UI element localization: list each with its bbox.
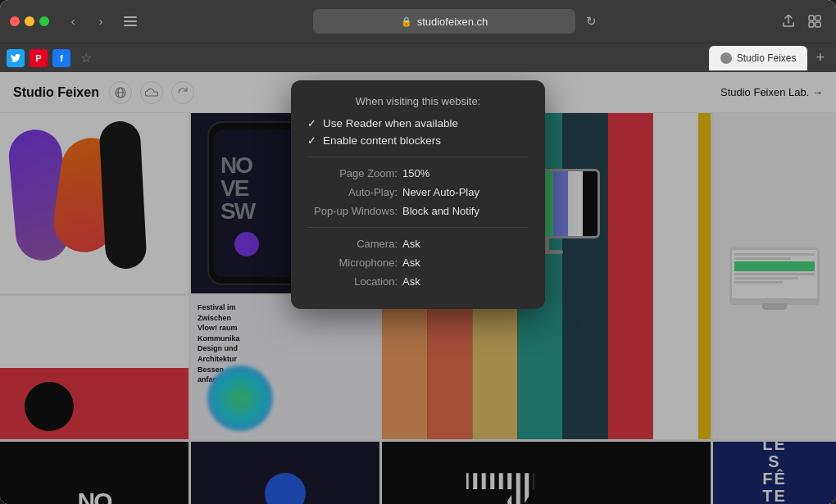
address-bar-wrap: 🔒 studiofeixen.ch ↻ bbox=[148, 9, 767, 34]
laptop-body bbox=[729, 247, 820, 305]
site-icons bbox=[109, 81, 194, 104]
wavy-number-item: 7 bbox=[382, 442, 711, 504]
svg-rect-23 bbox=[438, 442, 654, 504]
active-tab[interactable]: Studio Feixes bbox=[709, 46, 808, 70]
back-button[interactable]: ‹ bbox=[62, 11, 84, 32]
popup-value-mic: Ask bbox=[402, 257, 420, 269]
tab-label: Studio Feixes bbox=[737, 52, 797, 64]
popup-row-camera: Camera: Ask bbox=[307, 238, 529, 250]
new-tab-button[interactable]: + bbox=[811, 49, 829, 66]
gallery-item-5[interactable] bbox=[0, 296, 189, 439]
title-bar: ‹ › 🔒 studiofeixen.ch ↻ bbox=[0, 0, 836, 43]
laptop-item bbox=[713, 113, 836, 439]
gallery-item-9[interactable]: 7 bbox=[382, 442, 711, 504]
site-nav-right[interactable]: Studio Feixen Lab. → bbox=[720, 86, 823, 98]
popup-value-camera: Ask bbox=[402, 238, 420, 250]
tabs-overview-button[interactable] bbox=[803, 10, 826, 33]
close-button[interactable] bbox=[10, 16, 20, 26]
svg-rect-5 bbox=[809, 22, 814, 27]
refresh-icon-btn[interactable] bbox=[171, 81, 194, 104]
svg-rect-3 bbox=[809, 16, 814, 20]
gallery-item-7[interactable]: NOVE bbox=[0, 442, 189, 504]
popup-value-location: Ask bbox=[402, 275, 420, 288]
twitter-favicon[interactable] bbox=[7, 49, 25, 67]
site-lab-link: Studio Feixen Lab. → bbox=[720, 86, 823, 98]
traffic-lights bbox=[10, 16, 49, 26]
forward-button[interactable]: › bbox=[90, 11, 111, 32]
website-content: Studio Feixen bbox=[0, 72, 836, 504]
svg-rect-4 bbox=[816, 16, 820, 20]
reload-button[interactable]: ↻ bbox=[580, 11, 602, 32]
geo-circle bbox=[25, 382, 74, 431]
popup-label-zoom: Page Zoom: bbox=[307, 167, 398, 179]
address-text: studiofeixen.ch bbox=[417, 16, 488, 28]
svg-rect-0 bbox=[124, 16, 137, 18]
tabs-bar: P f ☆ Studio Feixes + bbox=[0, 43, 836, 72]
minimize-button[interactable] bbox=[25, 16, 34, 26]
gallery-item-1[interactable] bbox=[0, 113, 189, 293]
popup-value-popup: Block and Notify bbox=[402, 205, 479, 217]
maximize-button[interactable] bbox=[39, 16, 49, 26]
popup-row-zoom: Page Zoom: 150% bbox=[307, 167, 529, 179]
svg-rect-2 bbox=[124, 25, 137, 26]
gallery-item-10[interactable]: LESFÊTESENHERMES bbox=[713, 442, 836, 504]
check-row-blockers: ✓ Enable content blockers bbox=[307, 134, 529, 147]
gallery-item-4[interactable] bbox=[713, 113, 836, 439]
sidebar-button[interactable] bbox=[120, 11, 141, 32]
popup-label-autoplay: Auto-Play: bbox=[307, 186, 398, 198]
content-area: Studio Feixen bbox=[0, 72, 836, 504]
svg-rect-1 bbox=[124, 20, 137, 22]
bookmark-icon[interactable]: ☆ bbox=[80, 50, 92, 66]
popup-row-popup: Pop-up Windows: Block and Notify bbox=[307, 205, 529, 217]
laptop-screen bbox=[732, 250, 817, 298]
check-mark-reader: ✓ bbox=[307, 117, 316, 129]
check-mark-blockers: ✓ bbox=[307, 134, 316, 147]
festival-blob bbox=[207, 366, 273, 431]
popup-title: When visiting this website: bbox=[307, 95, 529, 107]
share-button[interactable] bbox=[777, 10, 800, 33]
popup-row-autoplay: Auto-Play: Never Auto-Play bbox=[307, 186, 529, 198]
popup-label-location: Location: bbox=[307, 275, 398, 288]
tab-favicon bbox=[720, 52, 732, 64]
phone-screen: NOVESW bbox=[214, 129, 299, 277]
site-logo: Studio Feixen bbox=[13, 85, 99, 100]
check-label-blockers: Enable content blockers bbox=[323, 134, 441, 147]
popup-label-popup: Pop-up Windows: bbox=[307, 205, 398, 217]
svg-rect-6 bbox=[816, 22, 820, 27]
popup-divider-1 bbox=[307, 157, 529, 157]
check-row-reader: ✓ Use Reader when available bbox=[307, 117, 529, 129]
website-settings-popup[interactable]: When visiting this website: ✓ Use Reader… bbox=[291, 80, 545, 309]
toolbar-right bbox=[777, 10, 826, 33]
fav-icons: P f bbox=[7, 49, 70, 67]
festival-item: Festival imZwischenVlow! raumKommunikaDe… bbox=[191, 296, 379, 439]
popup-row-mic: Microphone: Ask bbox=[307, 257, 529, 269]
facebook-favicon[interactable]: f bbox=[52, 49, 70, 67]
gallery-item-8[interactable] bbox=[191, 442, 379, 504]
globe-icon-btn[interactable] bbox=[109, 81, 132, 104]
popup-value-zoom: 150% bbox=[402, 167, 429, 179]
cloud-icon-btn[interactable] bbox=[140, 81, 163, 104]
gallery-item-6[interactable]: Festival imZwischenVlow! raumKommunikaDe… bbox=[191, 296, 379, 439]
popup-value-autoplay: Never Auto-Play bbox=[402, 186, 479, 198]
pinterest-favicon[interactable]: P bbox=[30, 49, 48, 67]
check-label-reader: Use Reader when available bbox=[323, 117, 458, 129]
poster-item: LESFÊTESENHERMES bbox=[713, 442, 836, 504]
popup-divider-2 bbox=[307, 227, 529, 228]
browser-window: ‹ › 🔒 studiofeixen.ch ↻ bbox=[0, 0, 836, 504]
popup-label-camera: Camera: bbox=[307, 238, 398, 250]
popup-row-location: Location: Ask bbox=[307, 275, 529, 288]
lock-icon: 🔒 bbox=[401, 16, 412, 27]
laptop-stand bbox=[762, 303, 787, 310]
popup-label-mic: Microphone: bbox=[307, 257, 398, 269]
black-blob bbox=[98, 120, 147, 270]
poster-text: LESFÊTESENHERMES bbox=[755, 442, 794, 504]
geo-item bbox=[0, 296, 189, 439]
phone-circle bbox=[234, 232, 259, 257]
address-bar[interactable]: 🔒 studiofeixen.ch bbox=[313, 9, 575, 34]
phone-text: NOVESW bbox=[220, 154, 254, 223]
